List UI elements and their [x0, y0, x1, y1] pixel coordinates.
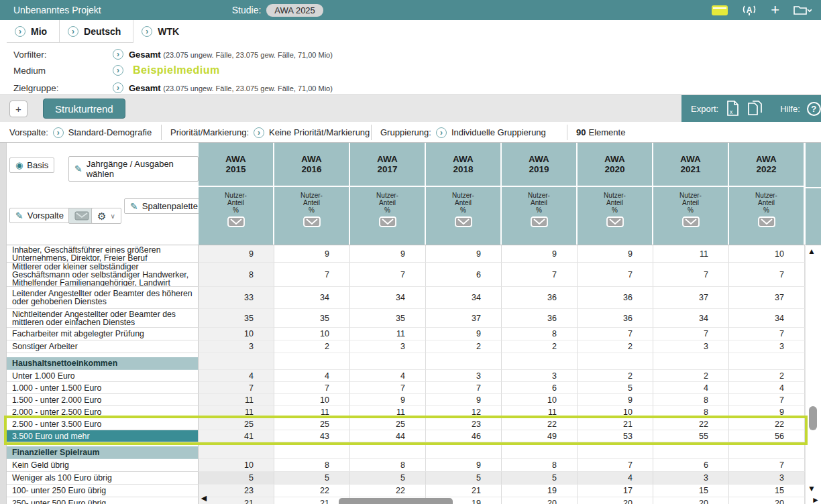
svg-text:x: x [730, 109, 733, 115]
chevron-circle-icon[interactable]: › [113, 49, 123, 60]
row-label[interactable]: 1.000 - unter 1.500 Euro [7, 382, 199, 394]
divider [161, 125, 162, 140]
help-icon[interactable]: ? [807, 102, 821, 116]
table-row: Nichtleitender Angestellter oder Beamter… [7, 309, 805, 328]
value-cell: 10 [274, 394, 350, 406]
medium-value[interactable]: Beispielmedium [129, 64, 220, 76]
row-label[interactable]: Leitender Angestellter oder Beamter des … [7, 287, 199, 309]
filter-panel: › Mio › Deutsch › WTK Vorfilter: › Gesam… [0, 20, 821, 95]
pencil-icon: ✎ [74, 164, 83, 174]
column-settings-button[interactable]: ⚙ ∨ [91, 208, 121, 224]
envelope-icon[interactable] [606, 216, 624, 227]
strukturtrend-tab[interactable]: Strukturtrend [43, 99, 125, 119]
value-cell: 35 [350, 309, 426, 328]
row-label[interactable]: 2.000 - unter 2.500 Euro [7, 406, 199, 418]
value-cell: 33 [199, 287, 274, 309]
row-label[interactable]: Inhaber, Geschäftsführer eines größeren … [7, 245, 199, 263]
open-folder-icon[interactable] [793, 4, 812, 16]
row-label[interactable]: 2.500 - unter 3.500 Euro [7, 418, 199, 430]
value-cell: 2 [653, 370, 729, 382]
vorfilter-value[interactable]: Gesamt (23.075 ungew. Fälle, 23.075 gew.… [129, 50, 333, 60]
broadcast-antenna-icon[interactable]: A [741, 4, 757, 16]
section-label[interactable]: Haushaltsnettoeinkommen [7, 357, 199, 370]
year-column-header[interactable]: AWA 2018Nutzer- Anteil % [426, 143, 502, 245]
year-column-header[interactable]: AWA 2021Nutzer- Anteil % [653, 143, 729, 245]
tab-deutsch[interactable]: › Deutsch [60, 20, 133, 43]
window-card-icon[interactable] [712, 5, 728, 15]
row-label[interactable]: Kein Geld übrig [7, 459, 199, 472]
tab-wtk[interactable]: › WTK [133, 20, 191, 43]
envelope-icon[interactable] [758, 216, 775, 227]
add-analysis-button[interactable]: + [9, 101, 28, 117]
study-badge[interactable]: AWA 2025 [266, 4, 323, 17]
row-label[interactable]: 1.500 - unter 2.000 Euro [7, 394, 199, 406]
year-column-header[interactable]: AWA 2022Nutzer- Anteil % [729, 143, 805, 245]
value-cell: 12 [426, 406, 502, 418]
row-label[interactable]: 3.500 Euro und mehr [7, 430, 199, 442]
scroll-up-icon[interactable]: ▲ [808, 247, 816, 255]
elements-count: 90 Elemente [576, 122, 625, 143]
value-cell: 9 [578, 245, 653, 263]
value-cell: 2 [426, 340, 502, 353]
year-column-header[interactable]: AWA 2015Nutzer- Anteil % [199, 143, 274, 245]
vorspalte-option[interactable]: Vorspalte: › Standard-Demografie [9, 122, 152, 143]
vorspalte-button[interactable]: ✎ Vorspalte [9, 208, 70, 223]
scroll-down-icon[interactable]: ▼ [808, 485, 816, 493]
envelope-icon[interactable] [227, 216, 245, 227]
jahrgaenge-button[interactable]: ✎ Jahrgänge / Ausgaben wählen [68, 156, 199, 182]
value-cell [578, 446, 653, 459]
year-column-header[interactable]: AWA 2020Nutzer- Anteil % [578, 143, 653, 245]
horizontal-scroll-thumb[interactable] [339, 498, 453, 504]
envelope-icon[interactable] [682, 216, 700, 227]
zielgruppe-value[interactable]: Gesamt (23.075 ungew. Fälle, 23.075 gew.… [129, 83, 333, 93]
measure-subheader: Nutzer- Anteil % [578, 187, 652, 245]
row-label[interactable]: Facharbeiter mit abgelegter Prüfung [7, 328, 199, 340]
value-cell: 11 [502, 406, 578, 418]
basis-button[interactable]: ◉ Basis [9, 158, 54, 173]
value-cell: 11 [653, 245, 729, 263]
tab-mio[interactable]: › Mio [7, 20, 60, 43]
spaltenpalette-button[interactable]: ✎ Spaltenpalette [124, 198, 204, 214]
value-cell: 41 [199, 430, 274, 442]
envelope-icon[interactable] [455, 216, 472, 227]
row-label[interactable]: Nichtleitender Angestellter oder Beamter… [7, 309, 199, 328]
year-column-header[interactable]: AWA 2017Nutzer- Anteil % [350, 143, 426, 245]
scroll-left-icon[interactable]: ◄ [199, 494, 209, 502]
export-document-icon[interactable] [747, 100, 764, 117]
year-column-header[interactable]: AWA 2016Nutzer- Anteil % [274, 143, 350, 245]
value-cell: 9 [426, 394, 502, 406]
value-cell: 7 [274, 263, 350, 287]
chevron-circle-icon[interactable]: › [113, 65, 123, 76]
eye-icon: ◉ [15, 161, 23, 170]
chevron-circle-icon[interactable]: › [113, 82, 123, 93]
pencil-icon: ✎ [130, 202, 138, 211]
gruppierung-option[interactable]: Gruppierung: › Individuelle Gruppierung [380, 122, 546, 143]
value-cell: 3 [653, 340, 729, 353]
value-cell: 7 [729, 328, 805, 340]
row-label[interactable]: Mittlerer oder kleiner selbständiger Ges… [7, 263, 199, 287]
vertical-scrollbar[interactable] [805, 246, 821, 504]
value-cell: 21 [578, 418, 653, 430]
row-label[interactable]: Sonstiger Arbeiter [7, 340, 199, 353]
value-cell [426, 446, 502, 459]
row-label[interactable]: Weniger als 100 Euro übrig [7, 472, 199, 485]
value-cell [653, 446, 729, 459]
zielgruppe-detail: (23.075 ungew. Fälle, 23.075 gew. Fälle,… [163, 84, 333, 92]
value-cell: 4 [199, 370, 274, 382]
prioritaet-option[interactable]: Priorität/Markierung: › Keine Priorität/… [170, 122, 370, 143]
year-column-header[interactable]: AWA 2019Nutzer- Anteil % [502, 143, 578, 245]
new-project-icon[interactable]: + [771, 3, 779, 17]
section-label[interactable]: Finanzieller Spielraum [7, 446, 199, 459]
value-cell: 10 [502, 394, 578, 406]
envelope-icon[interactable] [531, 216, 548, 227]
envelope-icon[interactable] [379, 216, 396, 227]
row-label[interactable]: 100- unter 250 Euro übrig [7, 485, 199, 497]
envelope-icon[interactable] [303, 216, 321, 227]
row-label[interactable]: Unter 1.000 Euro [7, 370, 199, 382]
export-excel-icon[interactable]: x [725, 100, 740, 117]
vertical-scroll-thumb[interactable] [809, 406, 817, 430]
row-label[interactable]: 250- unter 500 Euro übrig [7, 497, 199, 504]
value-cell: 46 [426, 430, 502, 442]
value-cell: 9 [426, 459, 502, 472]
scroll-right-icon[interactable]: ► [812, 496, 820, 504]
